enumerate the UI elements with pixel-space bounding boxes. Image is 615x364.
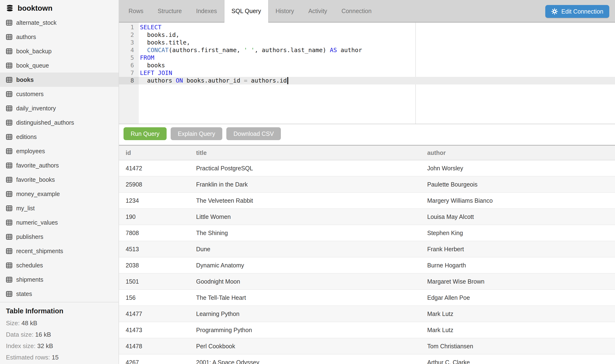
edit-connection-label: Edit Connection [561,8,603,15]
table-row[interactable]: 25908Franklin in the DarkPaulette Bourge… [119,176,615,193]
table-label: schedules [16,262,43,269]
download-csv-button[interactable]: Download CSV [226,127,281,140]
explain-query-button[interactable]: Explain Query [171,127,222,140]
sidebar-item-book-backup[interactable]: book_backup [0,44,118,58]
sidebar-item-customers[interactable]: customers [0,87,118,101]
info-label: Index size: [6,342,36,350]
sidebar-item-publishers[interactable]: publishers [0,230,118,244]
table-row[interactable]: 4513DuneFrank Herbert [119,241,615,257]
sidebar-item-my-list[interactable]: my_list [0,201,118,215]
sidebar-item-alternate-stock[interactable]: alternate_stock [0,15,118,30]
tab-activity[interactable]: Activity [301,0,334,22]
code-line-3: 3 books.title, [119,39,615,46]
sidebar: booktown alternate_stockauthorsbook_back… [0,0,119,364]
table-row[interactable]: 41477Learning PythonMark Lutz [119,306,615,322]
table-label: shipments [16,276,43,283]
line-number: 4 [119,46,139,54]
info-value: 16 kB [35,331,51,338]
tab-indexes[interactable]: Indexes [189,0,224,22]
sidebar-item-recent-shipments[interactable]: recent_shipments [0,244,118,258]
info-row-size-: Size: 48 kB [6,317,118,329]
sidebar-item-numeric-values[interactable]: numeric_values [0,215,118,230]
table-label: distinguished_authors [16,119,74,126]
sidebar-item-shipments[interactable]: shipments [0,273,118,287]
table-label: alternate_stock [16,19,57,26]
sidebar-item-books[interactable]: books [0,73,118,87]
table-row[interactable]: 42672001: A Space OdysseyArthur C. Clark… [119,354,615,364]
table-row[interactable]: 7808The ShiningStephen King [119,225,615,241]
database-header[interactable]: booktown [0,0,118,13]
cell-id: 41473 [119,322,189,338]
results-table: idtitleauthor 41472Practical PostgreSQLJ… [119,146,615,364]
tab-structure[interactable]: Structure [151,0,189,22]
info-label: Data size: [6,331,34,338]
table-label: money_example [16,191,60,197]
results-area: idtitleauthor 41472Practical PostgreSQLJ… [119,145,615,364]
edit-connection-button[interactable]: Edit Connection [545,5,609,18]
code-text: authors ON books.author_id = authors.id [139,77,615,84]
cell-author: Edgar Allen Poe [420,289,615,306]
line-number: 6 [119,62,139,69]
sidebar-item-employees[interactable]: employees [0,144,118,158]
info-value: 15 [52,354,59,361]
tab-rows[interactable]: Rows [121,0,151,22]
sidebar-item-daily-inventory[interactable]: daily_inventory [0,101,118,115]
tab-connection[interactable]: Connection [334,0,379,22]
sidebar-item-authors[interactable]: authors [0,30,118,44]
tab-sql-query[interactable]: SQL Query [224,0,268,23]
cell-author: Arthur C. Clarke [420,354,615,364]
sidebar-item-favorite-authors[interactable]: favorite_authors [0,158,118,172]
sql-editor[interactable]: 1SELECT2 books.id,3 books.title,4 CONCAT… [119,23,615,124]
sidebar-item-favorite-books[interactable]: favorite_books [0,172,118,187]
table-icon [6,220,12,225]
table-icon [6,91,12,97]
column-header-id: id [119,146,189,160]
table-icon [6,177,12,183]
sidebar-item-book-queue[interactable]: book_queue [0,58,118,73]
code-line-2: 2 books.id, [119,31,615,39]
query-actions: Run Query Explain Query Download CSV [119,124,615,145]
table-label: states [16,290,32,297]
cell-id: 4267 [119,354,189,364]
table-row[interactable]: 2038Dynamic AnatomyBurne Hogarth [119,257,615,273]
sidebar-item-money-example[interactable]: money_example [0,187,118,201]
cell-author: Louisa May Alcott [420,209,615,225]
cell-title: Goodnight Moon [189,273,420,289]
table-row[interactable]: 190Little WomenLouisa May Alcott [119,209,615,225]
table-row[interactable]: 1501Goodnight MoonMargaret Wise Brown [119,273,615,289]
table-icon [6,48,12,54]
table-row[interactable]: 41472Practical PostgreSQLJohn Worsley [119,160,615,176]
cell-title: 2001: A Space Odyssey [189,354,420,364]
table-label: publishers [16,234,43,240]
sidebar-item-states[interactable]: states [0,287,118,301]
cell-id: 156 [119,289,189,306]
tab-history[interactable]: History [268,0,301,22]
table-label: favorite_books [16,176,55,183]
cell-title: The Shining [189,225,420,241]
code-text: books [139,62,615,69]
line-number: 3 [119,39,139,46]
table-label: recent_shipments [16,248,63,255]
table-icon [6,120,12,126]
info-label: Size: [6,320,20,327]
table-row[interactable]: 41478Perl CookbookTom Christiansen [119,338,615,354]
cell-id: 2038 [119,257,189,273]
sidebar-item-editions[interactable]: editions [0,130,118,144]
table-icon [6,105,12,111]
sidebar-item-schedules[interactable]: schedules [0,258,118,273]
cell-title: Learning Python [189,306,420,322]
cell-id: 1234 [119,193,189,209]
run-query-button[interactable]: Run Query [124,127,167,140]
table-row[interactable]: 41473Programming PythonMark Lutz [119,322,615,338]
code-text: LEFT JOIN [139,69,615,77]
cell-id: 4513 [119,241,189,257]
sidebar-item-distinguished-authors[interactable]: distinguished_authors [0,115,118,130]
table-row[interactable]: 156The Tell-Tale HeartEdgar Allen Poe [119,289,615,306]
cell-id: 41472 [119,160,189,176]
code-text: SELECT [139,24,615,31]
code-line-7: 7LEFT JOIN [119,69,615,77]
info-value: 48 kB [21,320,37,327]
table-row[interactable]: 1234The Velveteen RabbitMargery Williams… [119,193,615,209]
table-icon [6,291,12,297]
cell-title: Practical PostgreSQL [189,160,420,176]
